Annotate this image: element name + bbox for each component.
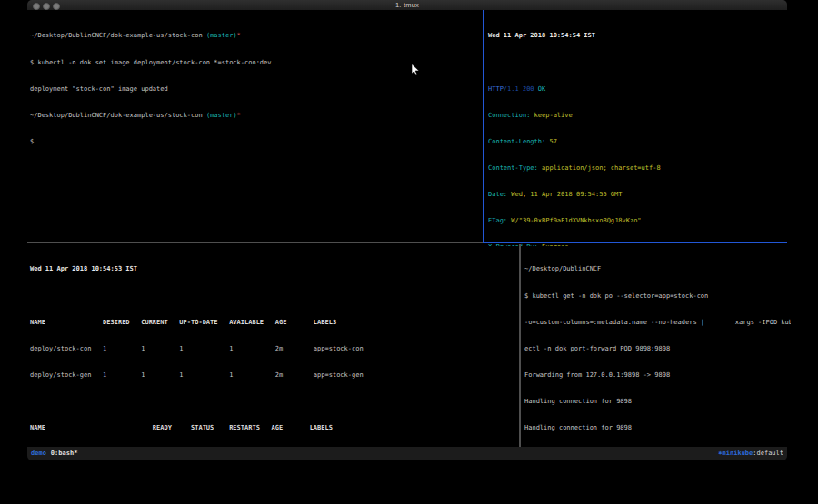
timestamp-line: Wed 11 Apr 2018 10:54:54 IST: [488, 32, 791, 41]
minimize-button[interactable]: [43, 3, 50, 10]
session-name: demo: [31, 450, 46, 457]
table-row: deploy/stock-gen 1 1 1 1 2m app=stock-ge…: [30, 371, 522, 380]
prompt-line: $: [30, 138, 485, 147]
blank-line: [488, 59, 791, 68]
http-version-code: /1.1 200: [504, 85, 538, 93]
header-value: 57: [549, 138, 556, 145]
output-line: Handling connection for 9898: [524, 398, 791, 407]
http-header-line: Content-Length: 57: [488, 138, 791, 147]
prompt-line: ~/Desktop/DublinCNCF/dok-example-us/stoc…: [30, 112, 485, 121]
command-line: $ kubectl get -n dok po --selector=app=s…: [524, 292, 791, 301]
http-header-line: ETag: W/"39-0xBPf9aF1dXVNkhsxoBQgJ8vKzo": [488, 217, 791, 226]
header-name: Content-Length:: [488, 138, 549, 145]
header-value: keep-alive: [534, 112, 573, 119]
pane-top-right[interactable]: Wed 11 Apr 2018 10:54:54 IST HTTP/1.1 20…: [484, 10, 791, 246]
output-line: deployment "stock-con" image updated: [30, 85, 485, 94]
prompt-path: ~/Desktop/DublinCNCF/dok-example-us/stoc…: [30, 112, 206, 119]
blank-line: [30, 292, 522, 301]
header-name: ETag:: [488, 217, 511, 224]
git-branch: (master): [206, 112, 237, 119]
window-tab[interactable]: 0:bash*: [51, 450, 78, 457]
tmux-terminal: ~/Desktop/DublinCNCF/dok-example-us/stoc…: [27, 10, 787, 447]
pane-bottom-right[interactable]: ~/Desktop/DublinCNCF $ kubectl get -n do…: [521, 244, 791, 450]
git-branch: (master): [206, 32, 237, 39]
zoom-button[interactable]: [53, 3, 60, 10]
http-status-line: HTTP/1.1 200 OK: [488, 85, 791, 94]
terminal-window: 1. tmux ~/Desktop/DublinCNCF/dok-example…: [27, 0, 787, 460]
prompt-line: ~/Desktop/DublinCNCF/dok-example-us/stoc…: [30, 32, 485, 41]
pane-top-left[interactable]: ~/Desktop/DublinCNCF/dok-example-us/stoc…: [27, 10, 485, 246]
header-value: Wed, 11 Apr 2018 09:54:55 GMT: [511, 191, 622, 198]
header-name: Date:: [488, 191, 511, 198]
command-line: ectl -n dok port-forward POD 9898:9898: [524, 345, 791, 354]
prompt-line: ~/Desktop/DublinCNCF: [524, 265, 791, 274]
header-value: application/json; charset=utf-8: [542, 164, 661, 172]
deployments-table-header: NAME DESIRED CURRENT UP-TO-DATE AVAILABL…: [30, 319, 522, 328]
blank-line: [30, 398, 522, 407]
close-button[interactable]: [33, 3, 40, 10]
table-row: deploy/stock-con 1 1 1 1 2m app=stock-co…: [30, 345, 522, 354]
traffic-lights: [33, 3, 60, 10]
git-dirty-flag: *: [237, 112, 241, 119]
command-line: -o=custom-columns=:metadata.name --no-he…: [524, 319, 791, 328]
status-right: ⎈minikube:default: [718, 447, 783, 460]
header-name: Connection:: [488, 112, 534, 119]
pane-bottom-left[interactable]: Wed 11 Apr 2018 10:54:53 IST NAME DESIRE…: [27, 244, 522, 450]
prompt-path: ~/Desktop/DublinCNCF/dok-example-us/stoc…: [30, 32, 206, 39]
pane-divider-horizontal-right[interactable]: [483, 242, 787, 243]
pods-table-header: NAME READY STATUS RESTARTS AGE LABELS: [30, 424, 522, 433]
window-titlebar[interactable]: 1. tmux: [27, 0, 787, 10]
http-protocol: HTTP: [488, 85, 504, 93]
http-header-line: Connection: keep-alive: [488, 112, 791, 121]
git-dirty-flag: *: [237, 32, 241, 39]
header-name: Content-Type:: [488, 164, 542, 172]
status-left: demo0:bash*: [31, 447, 77, 460]
output-line: Forwarding from 127.0.0.1:9898 -> 9898: [524, 371, 791, 380]
desktop-background: 1. tmux ~/Desktop/DublinCNCF/dok-example…: [0, 0, 818, 504]
mouse-cursor-icon: [411, 64, 420, 76]
http-reason: OK: [538, 85, 545, 93]
header-value: W/"39-0xBPf9aF1dXVNkhsxoBQgJ8vKzo": [511, 217, 641, 224]
timestamp-line: Wed 11 Apr 2018 10:54:53 IST: [30, 265, 522, 274]
tmux-status-bar: demo0:bash* ⎈minikube:default: [27, 447, 787, 460]
pane-divider-horizontal-left[interactable]: [27, 242, 483, 243]
output-line: Handling connection for 9898: [524, 424, 791, 433]
window-title: 1. tmux: [27, 1, 787, 9]
kube-namespace: :default: [753, 450, 783, 457]
http-header-line: Content-Type: application/json; charset=…: [488, 164, 791, 173]
http-header-line: Date: Wed, 11 Apr 2018 09:54:55 GMT: [488, 191, 791, 200]
kube-context: minikube: [723, 450, 753, 457]
